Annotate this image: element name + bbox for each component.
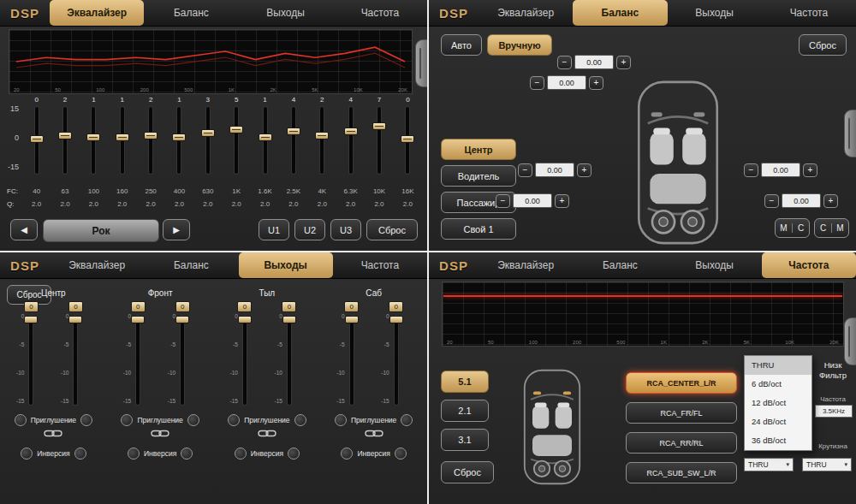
output-slider[interactable]: 0-5-10-15 xyxy=(395,316,398,405)
delay-increase-button[interactable]: + xyxy=(803,163,817,177)
link-channels-icon[interactable] xyxy=(365,429,383,438)
slope-option[interactable]: 36 dB/oct xyxy=(745,431,811,450)
output-slider-thumb[interactable] xyxy=(238,316,252,323)
output-slider-thumb[interactable] xyxy=(131,316,145,323)
band-slider[interactable] xyxy=(35,107,39,174)
channel-rca-front-button[interactable]: RCA_FR/FL xyxy=(626,402,737,424)
band-slider-thumb[interactable] xyxy=(315,132,329,139)
band-slider[interactable] xyxy=(206,107,210,174)
band-slider-thumb[interactable] xyxy=(30,135,44,143)
side-drawer-handle[interactable] xyxy=(844,110,856,157)
output-slider[interactable]: 0-5-10-15 xyxy=(136,316,140,405)
mute-left-toggle[interactable] xyxy=(228,414,240,426)
invert-right-toggle[interactable] xyxy=(288,448,300,460)
mute-right-toggle[interactable] xyxy=(401,414,413,426)
delay-decrease-button[interactable]: − xyxy=(496,194,510,208)
tab-equalizer[interactable]: Эквалайзер xyxy=(50,252,144,278)
invert-right-toggle[interactable] xyxy=(74,448,86,460)
output-slider-thumb[interactable] xyxy=(389,316,403,323)
band-slider-thumb[interactable] xyxy=(229,126,243,133)
tab-balance[interactable]: Баланс xyxy=(144,0,238,26)
output-slider-thumb[interactable] xyxy=(282,316,296,323)
channel-rca-sub-button[interactable]: RCA_SUB_SW_L/R xyxy=(626,462,737,483)
output-slider[interactable]: 0-5-10-15 xyxy=(29,316,33,405)
reset-button[interactable]: Сброс xyxy=(366,219,418,240)
delay-decrease-button[interactable]: − xyxy=(764,194,779,208)
auto-mode-button[interactable]: Авто xyxy=(441,34,482,56)
invert-right-toggle[interactable] xyxy=(395,448,407,460)
delay-decrease-button[interactable]: − xyxy=(744,163,758,177)
band-slider[interactable] xyxy=(177,107,181,174)
reset-button[interactable]: Сброс xyxy=(441,461,494,483)
output-slider[interactable]: 0-5-10-15 xyxy=(288,316,291,405)
output-slider[interactable]: 0-5-10-15 xyxy=(181,316,184,405)
tab-outputs[interactable]: Выходы xyxy=(668,0,762,26)
band-slider[interactable] xyxy=(292,107,295,174)
delay-increase-button[interactable]: + xyxy=(823,194,838,208)
band-slider[interactable] xyxy=(349,107,353,174)
band-slider[interactable] xyxy=(406,107,409,174)
highpass-slope-select[interactable]: THRU▾ xyxy=(744,458,794,471)
delay-decrease-button[interactable]: − xyxy=(518,163,532,177)
band-slider[interactable] xyxy=(235,107,238,174)
delay-increase-button[interactable]: + xyxy=(616,56,631,69)
reset-button[interactable]: Сброс xyxy=(799,34,847,56)
output-slider-thumb[interactable] xyxy=(175,316,189,323)
output-slider[interactable]: 0-5-10-15 xyxy=(243,316,247,405)
mode-2-1-button[interactable]: 2.1 xyxy=(441,400,489,422)
band-slider-thumb[interactable] xyxy=(287,127,300,135)
user-preset-button-3[interactable]: U3 xyxy=(330,219,361,240)
output-slider[interactable]: 0-5-10-15 xyxy=(350,316,354,405)
corner-toggle-mc-button[interactable]: MC xyxy=(775,218,810,238)
channel-rca-rear-button[interactable]: RCA_RR/RL xyxy=(626,432,737,454)
band-slider-thumb[interactable] xyxy=(58,132,72,139)
band-slider[interactable] xyxy=(377,107,381,174)
slope-option[interactable]: 6 dB/oct xyxy=(745,375,811,394)
position-custom-button[interactable]: Свой 1 xyxy=(441,218,516,240)
tab-equalizer[interactable]: Эквалайзер xyxy=(50,0,144,26)
band-slider[interactable] xyxy=(149,107,152,174)
delay-increase-button[interactable]: + xyxy=(589,76,603,90)
mode-5-1-button[interactable]: 5.1 xyxy=(441,371,489,393)
invert-left-toggle[interactable] xyxy=(21,448,33,460)
position-driver-button[interactable]: Водитель xyxy=(441,165,516,187)
output-slider[interactable]: 0-5-10-15 xyxy=(74,316,77,405)
tab-outputs[interactable]: Выходы xyxy=(239,252,333,278)
invert-left-toggle[interactable] xyxy=(341,448,353,460)
invert-left-toggle[interactable] xyxy=(128,448,140,460)
delay-increase-button[interactable]: + xyxy=(577,163,591,177)
mute-left-toggle[interactable] xyxy=(15,414,27,426)
delay-increase-button[interactable]: + xyxy=(555,194,569,208)
delay-decrease-button[interactable]: − xyxy=(557,56,572,69)
band-slider-thumb[interactable] xyxy=(201,129,215,137)
channel-rca-center-button[interactable]: RCA_CENTER_L/R xyxy=(626,372,737,394)
output-slider-thumb[interactable] xyxy=(345,316,359,323)
tab-frequency[interactable]: Частота xyxy=(762,252,856,278)
user-preset-button-2[interactable]: U2 xyxy=(294,219,325,240)
preset-next-button[interactable]: ▶ xyxy=(163,219,190,240)
invert-right-toggle[interactable] xyxy=(181,448,193,460)
band-slider[interactable] xyxy=(92,107,95,174)
user-preset-button-1[interactable]: U1 xyxy=(259,219,289,240)
band-slider-thumb[interactable] xyxy=(116,133,129,141)
link-channels-icon[interactable] xyxy=(151,429,169,438)
output-slider-thumb[interactable] xyxy=(68,316,82,323)
side-drawer-handle[interactable] xyxy=(844,317,856,365)
band-slider[interactable] xyxy=(63,107,67,174)
tab-balance[interactable]: Баланс xyxy=(573,252,667,278)
tab-frequency[interactable]: Частота xyxy=(762,0,856,26)
manual-mode-button[interactable]: Вручную xyxy=(487,34,552,56)
tab-balance[interactable]: Баланс xyxy=(144,252,238,278)
tab-outputs[interactable]: Выходы xyxy=(668,252,762,278)
mode-3-1-button[interactable]: 3.1 xyxy=(441,429,489,451)
band-slider-thumb[interactable] xyxy=(259,133,272,141)
slope-option[interactable]: 24 dB/oct xyxy=(745,412,811,431)
band-slider[interactable] xyxy=(121,107,124,174)
position-center-button[interactable]: Центр xyxy=(441,139,516,160)
tab-balance[interactable]: Баланс xyxy=(573,0,667,26)
mute-left-toggle[interactable] xyxy=(121,414,133,426)
delay-decrease-button[interactable]: − xyxy=(530,76,544,90)
slope-option[interactable]: THRU xyxy=(745,356,811,375)
corner-toggle-cm-button[interactable]: CM xyxy=(814,218,849,238)
output-slider-thumb[interactable] xyxy=(24,316,38,323)
